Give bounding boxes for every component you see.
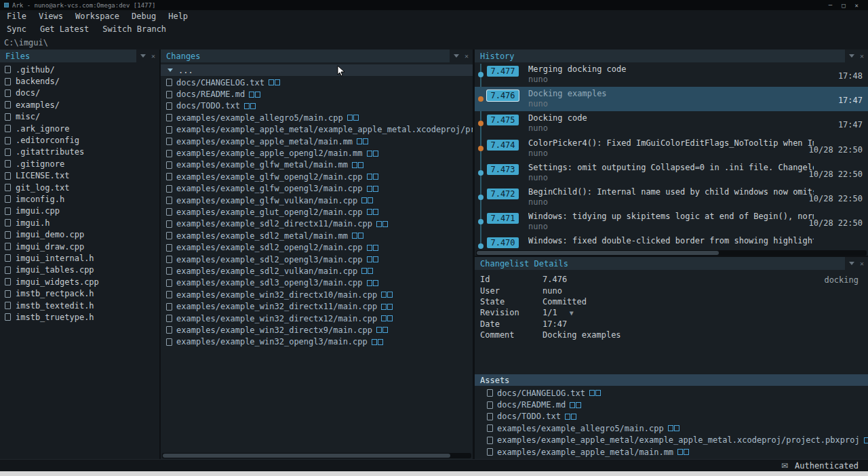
- change-item[interactable]: examples/example_sdl2_opengl3/main.cpp: [161, 254, 473, 265]
- asset-item[interactable]: docs/README.md: [481, 399, 868, 410]
- asset-item[interactable]: examples/example_apple_metal/example_app…: [481, 435, 868, 446]
- file-tree-item[interactable]: backends/: [0, 75, 159, 87]
- file-tree-item[interactable]: examples/: [0, 99, 159, 111]
- changes-root-row[interactable]: ...: [161, 64, 473, 76]
- asset-item[interactable]: examples/example_apple_metal/main.mm: [481, 446, 868, 458]
- history-panel: History ✕ 7.477 Merging docking code nun…: [475, 49, 868, 256]
- file-tree-item[interactable]: .ark_ignore: [0, 123, 159, 134]
- assets-list: docs/CHANGELOG.txt docs/README.md docs/T…: [481, 387, 868, 458]
- file-tree-item[interactable]: imgui_draw.cpp: [0, 241, 159, 252]
- commit-text: BeginChild(): Internal name used by chil…: [528, 186, 814, 207]
- file-tree-item[interactable]: imgui.cpp: [0, 205, 159, 217]
- filter-icon[interactable]: [454, 54, 459, 58]
- change-item[interactable]: examples/example_glfw_vulkan/main.cpp: [161, 195, 473, 206]
- path-display: C:\imgui\: [4, 38, 48, 47]
- file-icon: [487, 424, 493, 432]
- asset-item[interactable]: docs/TODO.txt: [481, 411, 868, 422]
- scrollbar-handle[interactable]: [477, 251, 719, 255]
- change-item[interactable]: examples/example_apple_metal/main.mm: [161, 136, 473, 147]
- change-item[interactable]: docs/CHANGELOG.txt: [161, 77, 473, 88]
- change-item[interactable]: docs/README.md: [161, 88, 473, 100]
- change-item[interactable]: examples/example_win32_directx12/main.cp…: [161, 313, 473, 324]
- menu-item[interactable]: Workspace: [75, 12, 119, 21]
- change-item[interactable]: examples/example_sdl2_opengl2/main.cpp: [161, 241, 473, 253]
- file-tree-item[interactable]: docs/: [0, 87, 159, 99]
- checkout-icon: [565, 413, 576, 420]
- change-item[interactable]: examples/example_sdl3_opengl3/main.cpp: [161, 277, 473, 289]
- file-tree-item[interactable]: LICENSE.txt: [0, 170, 159, 182]
- h-scrollbar: [162, 453, 471, 458]
- toolbar-button[interactable]: Sync: [7, 24, 26, 34]
- file-icon: [166, 279, 172, 287]
- change-item[interactable]: examples/example_glfw_opengl2/main.cpp: [161, 171, 473, 182]
- history-entry[interactable]: 7.474 ColorPicker4(): Fixed ImGuiColorEd…: [475, 136, 868, 161]
- toolbar-button[interactable]: Get Latest: [40, 24, 89, 34]
- change-item[interactable]: docs/TODO.txt: [161, 100, 473, 112]
- menu-item[interactable]: File: [7, 12, 26, 21]
- collapse-arrow-icon[interactable]: [167, 68, 173, 72]
- file-icon: [487, 448, 493, 456]
- menu-item[interactable]: Help: [168, 12, 188, 21]
- checkout-icon: [381, 303, 393, 311]
- history-entry[interactable]: 7.477 Merging docking code nuno 17:48: [475, 62, 868, 87]
- filter-icon[interactable]: [849, 54, 854, 58]
- file-tree-item[interactable]: .github/: [0, 64, 159, 75]
- close-icon[interactable]: ✕: [860, 52, 864, 60]
- menu-item[interactable]: Views: [39, 12, 63, 21]
- history-entry[interactable]: 7.472 BeginChild(): Internal name used b…: [475, 185, 868, 210]
- change-item[interactable]: examples/example_sdl2_metal/main.mm: [161, 230, 473, 241]
- file-icon: [166, 150, 172, 157]
- file-tree-item[interactable]: .editorconfig: [0, 134, 159, 146]
- file-tree-item[interactable]: misc/: [0, 111, 159, 123]
- asset-item[interactable]: docs/CHANGELOG.txt: [481, 387, 868, 399]
- change-item[interactable]: examples/example_win32_directx10/main.cp…: [161, 289, 473, 300]
- asset-item[interactable]: examples/example_allegro5/main.cpp: [481, 422, 868, 434]
- history-entry[interactable]: 7.473 Settings: omit outputing Collapsed…: [475, 161, 868, 185]
- close-button[interactable]: ✕: [855, 2, 859, 9]
- file-tree-item[interactable]: git_log.txt: [0, 182, 159, 193]
- change-item[interactable]: examples/example_win32_directx9/main.cpp: [161, 324, 473, 336]
- history-entry[interactable]: 7.470 Windows: fixed double-clicked bord…: [475, 234, 868, 250]
- file-tree-item[interactable]: imgui_tables.cpp: [0, 264, 159, 276]
- change-item[interactable]: examples/example_win32_directx11/main.cp…: [161, 300, 473, 312]
- asset-path: docs/README.md: [497, 400, 566, 410]
- file-tree-item[interactable]: imgui_demo.cpp: [0, 229, 159, 240]
- change-item[interactable]: examples/example_win32_opengl3/main.cpp: [161, 336, 473, 348]
- toolbar-button[interactable]: Switch Branch: [102, 24, 166, 34]
- file-tree-item[interactable]: imgui_internal.h: [0, 252, 159, 264]
- file-tree-item[interactable]: imgui_widgets.cpp: [0, 276, 159, 287]
- file-tree-item[interactable]: .gitignore: [0, 158, 159, 170]
- file-tree-item[interactable]: imstb_textedit.h: [0, 300, 159, 311]
- change-item[interactable]: examples/example_glfw_metal/main.mm: [161, 159, 473, 171]
- maximize-button[interactable]: □: [842, 2, 845, 9]
- commit-message: Docking code: [528, 113, 814, 123]
- close-icon[interactable]: ✕: [465, 52, 469, 60]
- filter-icon[interactable]: [849, 262, 854, 265]
- history-entry[interactable]: 7.475 Docking code nuno 17:47: [475, 111, 868, 136]
- file-tree-item[interactable]: .gitattributes: [0, 146, 159, 158]
- change-item[interactable]: examples/example_glut_opengl2/main.cpp: [161, 206, 473, 218]
- file-tree-item[interactable]: imconfig.h: [0, 193, 159, 205]
- chevron-down-icon[interactable]: ▼: [570, 309, 574, 317]
- asset-path: docs/TODO.txt: [497, 412, 561, 421]
- change-item[interactable]: examples/example_sdl2_vulkan/main.cpp: [161, 265, 473, 277]
- history-entry[interactable]: 7.471 Windows: tidying up skipitems logi…: [475, 210, 868, 234]
- file-tree-item[interactable]: imstb_truetype.h: [0, 311, 159, 323]
- change-item[interactable]: examples/example_glfw_opengl3/main.cpp: [161, 183, 473, 195]
- change-item[interactable]: examples/example_allegro5/main.cpp: [161, 112, 473, 123]
- file-tree-item[interactable]: imgui.h: [0, 217, 159, 229]
- history-entry[interactable]: 7.476 Docking examples nuno 17:47: [475, 87, 868, 111]
- close-icon[interactable]: ✕: [860, 260, 864, 267]
- minimize-button[interactable]: ─: [829, 2, 832, 9]
- assets-header: Assets: [475, 374, 868, 386]
- scrollbar-handle[interactable]: [163, 454, 450, 458]
- filter-icon[interactable]: [140, 54, 146, 58]
- menu-item[interactable]: Debug: [132, 12, 156, 21]
- change-item[interactable]: examples/example_apple_opengl2/main.mm: [161, 147, 473, 159]
- file-icon: [166, 126, 172, 134]
- change-item[interactable]: examples/example_apple_metal/example_app…: [161, 124, 473, 136]
- file-icon: [5, 184, 11, 191]
- change-item[interactable]: examples/example_sdl2_directx11/main.cpp: [161, 218, 473, 230]
- file-tree-item[interactable]: imstb_rectpack.h: [0, 287, 159, 299]
- close-icon[interactable]: ✕: [151, 52, 155, 60]
